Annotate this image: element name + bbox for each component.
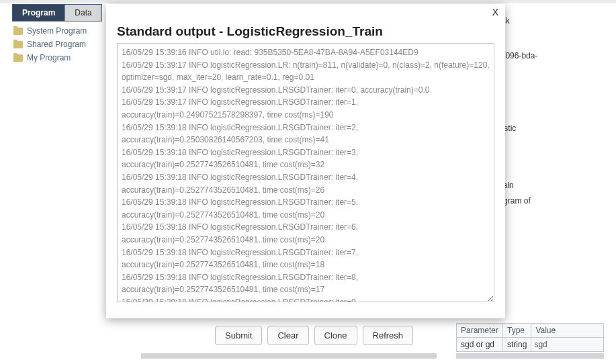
footer-strip	[456, 353, 604, 359]
log-line: 16/05/29 15:39:18 INFO logisticRegressio…	[122, 296, 490, 302]
sidebar-item-label: System Program	[27, 26, 87, 36]
table-row: sgd or gd string	[457, 338, 604, 352]
header-parameter: Parameter	[457, 324, 503, 338]
log-line: 16/05/29 15:39:17 INFO logisticRegressio…	[122, 96, 490, 121]
sidebar: System Program Shared Program My Program	[12, 24, 106, 64]
table-header-row: Parameter Type Value	[457, 324, 604, 338]
tab-data[interactable]: Data	[65, 5, 101, 21]
clone-button[interactable]: Clone	[314, 326, 357, 345]
header-type: Type	[503, 324, 531, 338]
sidebar-item-label: Shared Program	[27, 40, 86, 49]
log-line: 16/05/29 15:39:18 INFO logisticRegressio…	[122, 196, 490, 221]
log-line: 16/05/29 15:39:18 INFO logisticRegressio…	[122, 171, 490, 196]
main-tabs: Program Data	[12, 4, 102, 21]
action-buttons: Submit Clear Clone Refresh	[215, 326, 413, 345]
close-button[interactable]: X	[492, 7, 498, 17]
refresh-button[interactable]: Refresh	[363, 326, 414, 345]
log-line: 16/05/29 15:39:18 INFO logisticRegressio…	[122, 221, 490, 246]
param-value-input[interactable]	[534, 340, 601, 349]
log-line: 16/05/29 15:39:17 INFO logisticRegressio…	[122, 84, 490, 97]
folder-icon	[13, 28, 23, 35]
parameter-table: Parameter Type Value sgd or gd string	[456, 323, 604, 352]
sidebar-item-shared-program[interactable]: Shared Program	[12, 38, 106, 51]
cell-parameter: sgd or gd	[457, 338, 503, 352]
header-value: Value	[531, 324, 604, 338]
sidebar-item-my-program[interactable]: My Program	[12, 51, 106, 64]
sidebar-item-system-program[interactable]: System Program	[12, 24, 106, 38]
folder-icon	[13, 41, 23, 48]
log-textarea[interactable]: 16/05/29 15:39:16 INFO util.io: read: 93…	[117, 43, 494, 302]
top-strip	[0, 0, 616, 3]
log-line: 16/05/29 15:39:18 INFO logisticRegressio…	[122, 246, 490, 271]
log-line: 16/05/29 15:39:18 INFO logisticRegressio…	[122, 122, 490, 146]
log-line: 16/05/29 15:39:18 INFO logisticRegressio…	[122, 271, 490, 296]
cell-type: string	[503, 338, 531, 352]
tab-program[interactable]: Program	[13, 5, 65, 21]
cell-value	[531, 338, 604, 352]
submit-button[interactable]: Submit	[215, 326, 262, 345]
clear-button[interactable]: Clear	[267, 326, 308, 345]
sidebar-item-label: My Program	[27, 53, 71, 62]
footer-strip	[141, 353, 437, 359]
log-line: 16/05/29 15:39:16 INFO util.io: read: 93…	[122, 46, 490, 59]
stdout-modal: X Standard output - LogisticRegression_T…	[106, 4, 505, 318]
log-line: 16/05/29 15:39:18 INFO logisticRegressio…	[122, 146, 490, 171]
modal-title: Standard output - LogisticRegression_Tra…	[117, 24, 494, 39]
log-line: 16/05/29 15:39:17 INFO logisticRegressio…	[122, 59, 490, 84]
folder-icon	[13, 54, 23, 62]
